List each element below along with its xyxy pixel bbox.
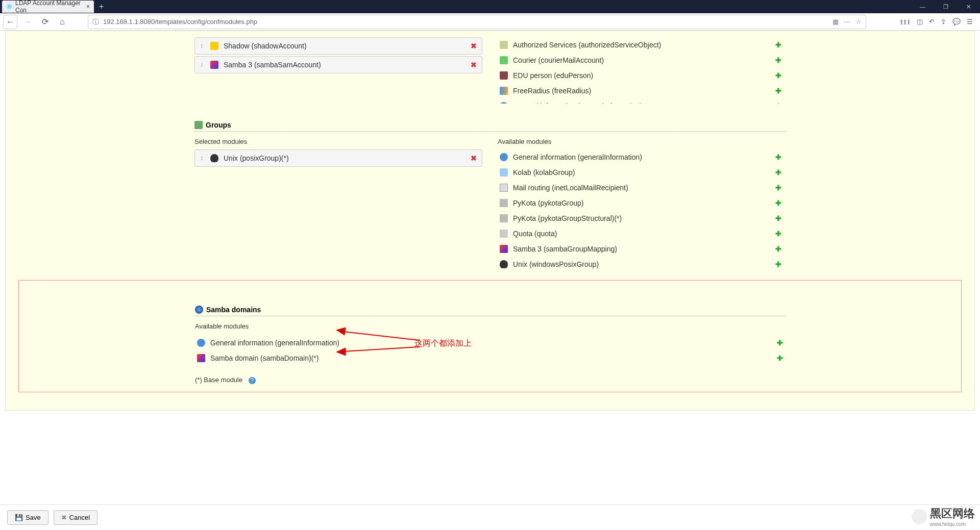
add-module-button[interactable]: ✚ <box>775 168 781 176</box>
browser-tab[interactable]: LDAP Account Manager Con × <box>2 1 94 13</box>
groups-title: Groups <box>206 121 231 129</box>
sidebar-icon[interactable]: ◫ <box>917 18 923 26</box>
module-icon <box>500 41 508 49</box>
chat-icon[interactable]: 💬 <box>952 18 961 26</box>
available-module-row: Courier (courierMailAccount)✚ <box>498 53 783 68</box>
remove-module-button[interactable]: ✖ <box>471 42 477 50</box>
add-module-button[interactable]: ✚ <box>775 260 781 268</box>
available-module-row: PyKota (pykotaGroup)✚ <box>498 195 783 211</box>
module-icon <box>210 154 218 162</box>
module-label: Samba domain (sambaDomain)(*) <box>210 354 772 362</box>
help-icon[interactable]: ? <box>249 377 256 384</box>
module-icon <box>500 153 508 161</box>
module-label: General information (generalInformation) <box>513 102 770 104</box>
add-module-button[interactable]: ✚ <box>775 153 781 161</box>
module-icon <box>197 339 205 347</box>
module-icon <box>500 87 508 95</box>
groups-section: Groups Selected modules ↕Unix (posixGrou… <box>194 119 786 270</box>
module-icon <box>500 184 508 192</box>
module-label: EDU person (eduPerson) <box>513 71 770 80</box>
module-label: Samba 3 (sambaSamAccount) <box>224 61 465 69</box>
module-icon <box>197 354 205 362</box>
module-icon <box>500 56 508 64</box>
module-label: Samba 3 (sambaGroupMapping) <box>513 245 770 253</box>
groups-selected-label: Selected modules <box>194 138 482 145</box>
available-module-row: Kolab (kolabGroup)✚ <box>498 165 783 180</box>
module-icon <box>500 214 508 222</box>
drag-handle-icon[interactable]: ↕ <box>200 61 203 68</box>
available-module-row: Samba 3 (sambaGroupMapping)✚ <box>498 241 783 257</box>
drag-handle-icon[interactable]: ↕ <box>200 42 203 49</box>
nav-reload-button[interactable]: ⟳ <box>38 15 52 29</box>
add-module-button[interactable]: ✚ <box>777 354 783 362</box>
module-label: Quota (quota) <box>513 230 770 238</box>
module-label: Shadow (shadowAccount) <box>224 42 465 50</box>
add-module-button[interactable]: ✚ <box>775 102 781 104</box>
available-module-row: Quota (quota)✚ <box>498 226 783 241</box>
available-module-row: General information (generalInformation)… <box>195 335 785 350</box>
add-module-button[interactable]: ✚ <box>775 245 781 253</box>
site-info-icon[interactable]: ⓘ <box>92 17 99 27</box>
module-label: Unix (windowsPosixGroup) <box>513 260 770 268</box>
library-icon[interactable]: ⫿⫿⫿ <box>900 18 911 26</box>
selected-module-row[interactable]: ↕Samba 3 (sambaSamAccount)✖ <box>194 56 482 73</box>
toolbar-icons: ⫿⫿⫿ ◫ ↶ ⇪ 💬 ☰ <box>900 18 973 26</box>
add-module-button[interactable]: ✚ <box>775 56 781 64</box>
module-label: Unix (posixGroup)(*) <box>224 154 465 162</box>
module-label: PyKota (pykotaGroupStructural)(*) <box>513 214 770 222</box>
available-module-row: Authorized Services (authorizedServiceOb… <box>498 37 783 53</box>
groups-icon <box>194 121 203 129</box>
module-label: FreeRadius (freeRadius) <box>513 87 770 95</box>
window-close-button[interactable]: ✕ <box>957 0 980 13</box>
add-module-button[interactable]: ✚ <box>775 41 781 49</box>
groups-header: Groups <box>194 119 786 132</box>
add-module-button[interactable]: ✚ <box>775 71 781 80</box>
url-bar[interactable]: ⓘ 192.168.1.1:8080/templates/config/conf… <box>88 15 866 29</box>
annotation-text: 这两个都添加上 <box>414 338 472 349</box>
window-minimize-button[interactable]: — <box>911 0 934 13</box>
nav-home-button[interactable]: ⌂ <box>55 15 69 29</box>
menu-icon[interactable]: ☰ <box>967 18 973 26</box>
new-tab-button[interactable]: + <box>99 2 104 11</box>
drag-handle-icon[interactable]: ↕ <box>200 155 203 162</box>
qr-icon[interactable]: ▦ <box>832 18 839 26</box>
module-label: Mail routing (inetLocalMailRecipient) <box>513 184 770 192</box>
add-module-button[interactable]: ✚ <box>775 214 781 222</box>
browser-navbar: ← → ⟳ ⌂ ⓘ 192.168.1.1:8080/templates/con… <box>0 13 980 31</box>
module-icon <box>500 245 508 253</box>
module-icon <box>210 61 218 69</box>
available-module-row: EDU person (eduPerson)✚ <box>498 68 783 83</box>
add-module-button[interactable]: ✚ <box>775 230 781 238</box>
window-maximize-button[interactable]: ❐ <box>934 0 957 13</box>
tab-close-icon[interactable]: × <box>86 3 90 10</box>
undo-icon[interactable]: ↶ <box>929 18 935 26</box>
nav-forward-button[interactable]: → <box>20 15 35 29</box>
module-icon <box>500 168 508 176</box>
module-label: General information (generalInformation) <box>210 339 772 347</box>
add-module-button[interactable]: ✚ <box>777 339 783 347</box>
module-icon <box>500 102 508 104</box>
tab-title: LDAP Account Manager Con <box>15 0 82 14</box>
module-icon <box>500 230 508 238</box>
add-module-button[interactable]: ✚ <box>775 184 781 192</box>
bookmark-icon[interactable]: ☆ <box>855 18 862 26</box>
module-label: PyKota (pykotaGroup) <box>513 199 770 207</box>
module-icon <box>500 71 508 80</box>
base-module-footnote: (*) Base module ? <box>195 376 785 384</box>
add-module-button[interactable]: ✚ <box>775 199 781 207</box>
users-section-partial: ↕Shadow (shadowAccount)✖↕Samba 3 (sambaS… <box>194 37 786 104</box>
samba-available-label: Available modules <box>195 322 785 330</box>
nav-back-button[interactable]: ← <box>3 15 17 29</box>
page-viewport: ↕Shadow (shadowAccount)✖↕Samba 3 (sambaS… <box>0 31 980 504</box>
selected-module-row[interactable]: ↕Shadow (shadowAccount)✖ <box>194 37 482 55</box>
available-module-row: PyKota (pykotaGroupStructural)(*)✚ <box>498 211 783 226</box>
samba-title: Samba domains <box>206 306 261 314</box>
selected-module-row[interactable]: ↕Unix (posixGroup)(*)✖ <box>194 149 482 167</box>
add-module-button[interactable]: ✚ <box>775 87 781 95</box>
remove-module-button[interactable]: ✖ <box>471 61 477 69</box>
remove-module-button[interactable]: ✖ <box>471 154 477 162</box>
page-body: ↕Shadow (shadowAccount)✖↕Samba 3 (sambaS… <box>5 31 975 411</box>
page-actions-icon[interactable]: ⋯ <box>844 18 850 26</box>
module-label: Courier (courierMailAccount) <box>513 56 770 64</box>
share-icon[interactable]: ⇪ <box>941 18 946 26</box>
